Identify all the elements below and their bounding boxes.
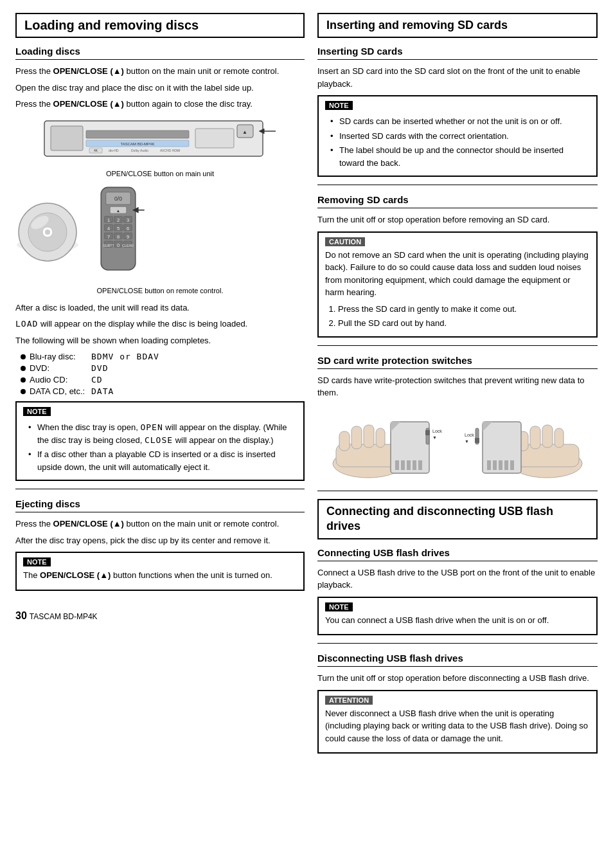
loading-para4: After a disc is loaded, the unit will re…: [15, 302, 305, 314]
sd-card-lock-image-2: Lock ▼: [464, 406, 598, 483]
page-model: TASCAM BD-MP4K: [30, 612, 98, 621]
svg-text:0: 0: [117, 242, 120, 248]
svg-text:dts-HD: dts-HD: [109, 149, 119, 152]
hand2-svg: Lock ▼: [465, 422, 582, 478]
svg-rect-60: [418, 460, 422, 470]
attention-label: ATTENTION: [325, 696, 373, 705]
loading-para1: Press the OPEN/CLOSE (▲) button on the m…: [15, 65, 305, 78]
svg-rect-52: [364, 425, 374, 448]
svg-rect-53: [376, 428, 385, 448]
svg-rect-5: [195, 129, 234, 148]
page: Loading and removing discs Loading discs…: [0, 0, 613, 868]
svg-rect-70: [555, 428, 564, 448]
removing-sd-para1: Turn the unit off or stop operation befo…: [317, 213, 598, 226]
note-item: The label should be up and the connector…: [330, 144, 590, 169]
svg-text:2: 2: [117, 217, 120, 223]
svg-rect-77: [510, 460, 514, 470]
right-column: Inserting and removing SD cards Insertin…: [317, 13, 598, 855]
divider: [317, 345, 598, 346]
hand-svg: Lock ▼: [333, 422, 442, 478]
divider: [15, 489, 305, 489]
disc-type-row: DVD: DVD: [21, 363, 305, 373]
connecting-usb-note-box: NOTE You can connect a USB flash drive w…: [317, 597, 598, 636]
divider: [317, 643, 598, 644]
disconnecting-usb-title: Disconnecting USB flash drives: [317, 653, 598, 667]
ejecting-note-box: NOTE The OPEN/CLOSE (▲) button functions…: [15, 552, 305, 591]
svg-text:6: 6: [127, 226, 129, 231]
svg-rect-1: [51, 126, 83, 150]
ejecting-para1: Press the OPEN/CLOSE (▲) button on the m…: [15, 518, 305, 530]
page-number-area: 30TASCAM BD-MP4K: [15, 610, 305, 622]
svg-text:3: 3: [127, 217, 129, 223]
sd-write-images: Lock ▼: [317, 406, 598, 483]
disconnecting-usb-para1: Turn the unit off or stop operation befo…: [317, 672, 598, 685]
note-label: NOTE: [23, 557, 51, 566]
removing-sd-title: Removing SD cards: [317, 194, 598, 208]
caution-label: CAUTION: [325, 237, 365, 246]
step-item: Press the SD card in gently to make it c…: [338, 303, 590, 316]
caution-text: Do not remove an SD card when the unit i…: [325, 249, 590, 299]
removing-sd-steps: Press the SD card in gently to make it c…: [325, 303, 590, 330]
svg-text:1: 1: [107, 217, 110, 223]
disc-image: [15, 200, 80, 264]
svg-rect-59: [413, 460, 416, 470]
note-label: NOTE: [325, 101, 353, 110]
svg-text:▼: ▼: [465, 439, 469, 444]
svg-text:▲: ▲: [116, 208, 120, 213]
connecting-usb-note-text: You can connect a USB flash drive when t…: [325, 614, 590, 627]
loading-para6: The following will be shown when loading…: [15, 334, 305, 347]
ejecting-discs-title: Ejecting discs: [15, 498, 305, 512]
svg-rect-73: [487, 460, 491, 470]
disc-type-row: Audio CD: CD: [21, 375, 305, 384]
loading-para3: Press the OPEN/CLOSE (▲) button again to…: [15, 98, 305, 111]
disconnecting-usb-attention-box: ATTENTION Never disconnect a USB flash d…: [317, 690, 598, 754]
note-item: When the disc tray is open, OPEN will ap…: [28, 421, 297, 446]
svg-rect-74: [493, 460, 497, 470]
attention-text: Never disconnect a USB flash drive when …: [325, 707, 590, 745]
svg-rect-68: [530, 426, 540, 449]
svg-rect-2: [86, 131, 189, 138]
svg-rect-51: [351, 426, 362, 449]
svg-point-17: [45, 230, 50, 235]
connecting-usb-para1: Connect a USB flash drive to the USB por…: [317, 566, 598, 592]
ejecting-para2: After the disc tray opens, pick the disc…: [15, 534, 305, 547]
note-item: SD cards can be inserted whether or not …: [330, 115, 590, 128]
inserting-sd-note-list: SD cards can be inserted whether or not …: [325, 115, 590, 169]
main-unit-image: TASCAM BD-MP4K ▲ 4K dts-HD Dolby Audio A…: [25, 114, 295, 166]
note-item: Inserted SD cards with the correct orien…: [330, 130, 590, 143]
remote-image: 0/0 ▲ 1 2 3 4 5 6 7 8: [86, 184, 150, 280]
svg-text:7: 7: [107, 234, 110, 240]
loading-note-box: NOTE When the disc tray is open, OPEN wi…: [15, 401, 305, 481]
loading-para5: LOAD will appear on the display while th…: [15, 318, 305, 330]
step-item: Pull the SD card out by hand.: [338, 317, 590, 330]
sd-main-title: Inserting and removing SD cards: [326, 18, 589, 33]
caption1: OPEN/CLOSE button on main unit: [15, 168, 305, 179]
sd-write-protection-para1: SD cards have write-protection switches …: [317, 374, 598, 399]
svg-rect-58: [407, 460, 411, 470]
svg-rect-57: [401, 460, 405, 470]
svg-rect-50: [339, 431, 350, 451]
svg-text:Lock: Lock: [432, 429, 442, 433]
svg-text:Lock: Lock: [465, 433, 474, 437]
sd-write-protection-title: SD card write protection switches: [317, 355, 598, 369]
svg-rect-69: [542, 425, 553, 448]
main-title: Loading and removing discs: [24, 18, 296, 33]
svg-text:SUBTT: SUBTT: [103, 244, 114, 248]
inserting-sd-title: Inserting SD cards: [317, 46, 598, 60]
svg-text:5: 5: [117, 226, 120, 231]
disc-type-row: Blu-ray disc: BDMV or BDAV: [21, 352, 305, 361]
svg-text:9: 9: [127, 234, 129, 240]
svg-text:8: 8: [117, 234, 120, 240]
usb-main-title: Connecting and disconnecting USB flash d…: [326, 504, 589, 534]
svg-rect-76: [504, 460, 508, 470]
note-item: If a disc other than a playable CD is in…: [28, 448, 297, 473]
bullet-icon: [21, 366, 26, 371]
bullet-icon: [21, 354, 26, 359]
inserting-sd-para1: Insert an SD card into the SD card slot …: [317, 65, 598, 90]
svg-text:▼: ▼: [432, 435, 437, 440]
svg-text:CLEAR: CLEAR: [122, 244, 134, 248]
sd-main-title-box: Inserting and removing SD cards: [317, 13, 598, 38]
loading-para2: Open the disc tray and place the disc on…: [15, 82, 305, 95]
svg-rect-75: [499, 460, 502, 470]
usb-main-title-box: Connecting and disconnecting USB flash d…: [317, 499, 598, 539]
